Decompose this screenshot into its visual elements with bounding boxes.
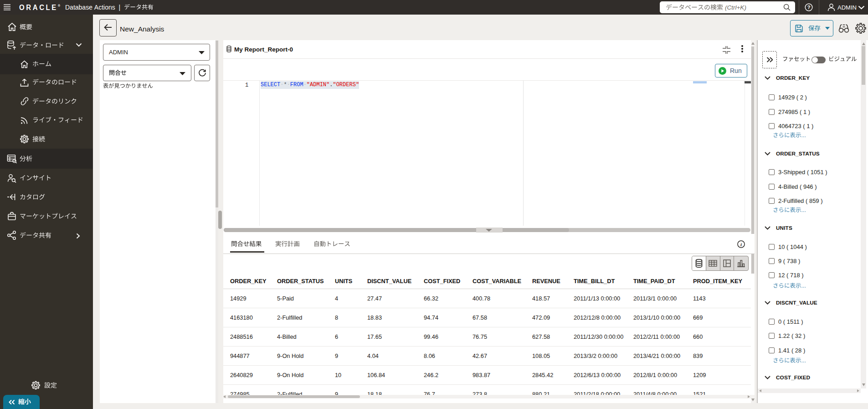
svg-text:i: i: [740, 242, 742, 247]
svg-text:?: ?: [807, 5, 811, 10]
